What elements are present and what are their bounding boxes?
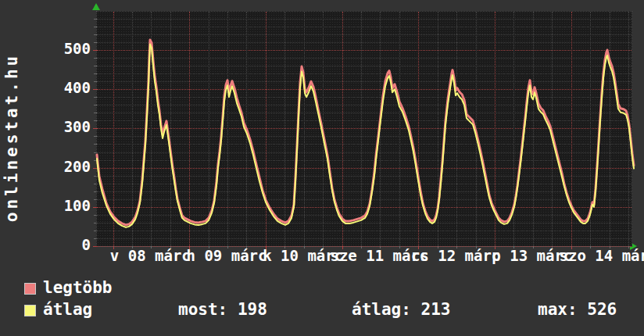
y-tick-label: 0	[27, 236, 91, 253]
y-tick-label: 200	[27, 158, 91, 175]
chart-plot-area	[96, 11, 632, 247]
y-tick-label: 100	[27, 197, 91, 214]
y-axis-tick-major	[93, 246, 97, 247]
stat-most-label: most:	[178, 300, 227, 319]
stat-max-label: max:	[538, 300, 578, 319]
series-canvas	[97, 12, 634, 246]
stat-spacer	[227, 300, 238, 319]
legend-label-legtobb: legtöbb	[43, 278, 113, 298]
legend-swatch-legtobb	[24, 283, 36, 295]
stats-graph-page: onlinestat.hu 0100200300400500 v 08 márc…	[0, 0, 644, 336]
stat-most: most: 198	[178, 300, 267, 320]
stat-max-value: 526	[587, 300, 617, 319]
stat-spacer	[411, 300, 421, 319]
stat-atlag-value: 213	[421, 300, 451, 319]
legend-label-atlag: átlag	[43, 300, 92, 320]
stat-most-value: 198	[238, 300, 267, 319]
x-tick-label: v 08 márc	[110, 246, 191, 266]
stat-spacer	[578, 300, 588, 319]
x-tick-label: szo 14 márc	[560, 246, 644, 266]
legend-swatch-atlag	[24, 305, 36, 316]
x-tick-label: h 09 márc	[187, 246, 267, 266]
y-tick-label: 500	[27, 40, 91, 57]
y-axis-arrow-icon	[92, 3, 100, 10]
stat-atlag-label: átlag:	[352, 300, 411, 319]
y-tick-label: 400	[27, 79, 91, 96]
stat-atlag: átlag: 213	[352, 300, 450, 320]
y-tick-label: 300	[27, 119, 91, 136]
watermark-vertical-text: onlinestat.hu	[2, 53, 21, 222]
stat-max: max: 526	[538, 300, 617, 320]
x-tick-label: cs 12 márc	[411, 246, 500, 266]
